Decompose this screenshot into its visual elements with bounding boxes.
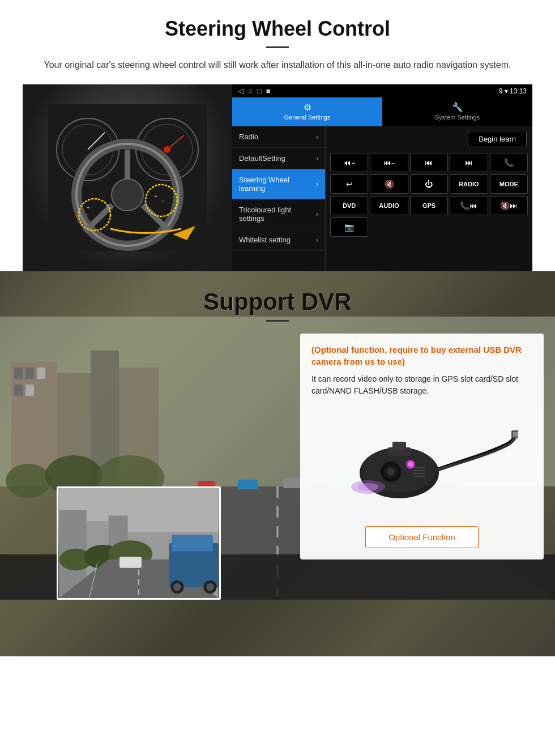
wrench-icon: 🔧 <box>452 102 463 113</box>
menu-steering-label: Steering Wheel learning <box>239 176 316 193</box>
dvr-thumbnail-svg <box>57 488 221 598</box>
svg-rect-54 <box>413 467 425 468</box>
menu-whitelist-label: Whitelist setting <box>239 236 291 244</box>
dvr-thumb-inner <box>58 488 219 598</box>
ctrl-gps[interactable]: GPS <box>410 196 448 215</box>
begin-learn-button[interactable]: Begin learn <box>468 131 527 147</box>
statusbar-left: ◁ ○ □ ■ <box>238 87 271 95</box>
control-grid-row2: ↩ 🔇 ⏻ RADIO MODE <box>328 174 530 194</box>
svg-rect-56 <box>413 473 425 474</box>
tab-general-settings[interactable]: ⚙ General Settings <box>232 97 382 126</box>
control-grid-row4: 📷 <box>328 217 530 237</box>
menu-arrow-steering: › <box>316 180 318 188</box>
nav-menu-icon: ■ <box>266 87 271 95</box>
steering-section: Steering Wheel Control Your original car… <box>0 0 555 271</box>
nav-recent-icon: □ <box>257 87 262 95</box>
svg-rect-55 <box>413 470 425 471</box>
dvr-section: Support DVR (Optional function, require … <box>0 271 555 656</box>
nav-home-icon: ○ <box>248 87 253 95</box>
menu-arrow-radio: › <box>316 133 318 141</box>
optional-function-button[interactable]: Optional Function <box>365 526 479 548</box>
ctrl-back[interactable]: ↩ <box>330 174 368 194</box>
menu-item-steering[interactable]: Steering Wheel learning › <box>232 169 325 199</box>
menu-arrow-whitelist: › <box>316 236 318 244</box>
title-divider <box>266 46 289 48</box>
ctrl-camera[interactable]: 📷 <box>330 217 368 237</box>
steering-wheel-svg: + − ≡ ○ <box>48 104 207 251</box>
ctrl-phone[interactable]: 📞 <box>490 153 528 172</box>
menu-item-radio[interactable]: Radio › <box>232 126 325 148</box>
menu-radio-label: Radio <box>239 133 258 141</box>
dvr-title-area: Support DVR <box>0 271 555 330</box>
menu-tricoloured-label: Tricoloured light settings <box>239 206 316 223</box>
svg-rect-49 <box>392 442 406 450</box>
dvr-title: Support DVR <box>0 288 555 315</box>
android-statusbar: ◁ ○ □ ■ 9 ▾ 13:13 <box>232 84 532 97</box>
svg-point-7 <box>164 146 170 153</box>
ctrl-audio[interactable]: AUDIO <box>370 196 408 215</box>
svg-point-71 <box>173 583 181 591</box>
dvr-info-card: (Optional function, require to buy exter… <box>300 334 544 559</box>
svg-rect-74 <box>119 557 142 567</box>
steering-demo: + − ≡ ○ ◁ ○ □ ■ <box>23 84 532 271</box>
tab-system-settings[interactable]: 🔧 System Settings <box>382 97 532 126</box>
dvr-divider <box>266 320 289 322</box>
ctrl-prev-track[interactable]: ⏮ <box>410 153 448 172</box>
ctrl-mode[interactable]: MODE <box>490 174 528 194</box>
svg-point-31 <box>6 464 51 498</box>
ctrl-radio[interactable]: RADIO <box>450 174 488 194</box>
tab-system-label: System Settings <box>435 114 480 121</box>
dvr-camera-image <box>311 405 532 518</box>
android-content: Radio › DefaultSetting › Steering Wheel … <box>232 126 532 271</box>
menu-item-default[interactable]: DefaultSetting › <box>232 148 325 169</box>
ctrl-vol-up[interactable]: ⏮+ <box>330 153 368 172</box>
menu-arrow-default: › <box>316 155 318 163</box>
menu-item-whitelist[interactable]: Whitelist setting › <box>232 229 325 251</box>
menu-arrow-tricoloured: › <box>316 210 318 218</box>
begin-learn-row: Begin learn <box>328 129 530 151</box>
android-ui: ◁ ○ □ ■ 9 ▾ 13:13 ⚙ General Settings 🔧 S… <box>232 84 532 271</box>
svg-rect-25 <box>37 368 45 379</box>
dvr-thumbnail <box>57 486 221 600</box>
svg-rect-69 <box>172 535 213 551</box>
ctrl-vol-down[interactable]: ⏮− <box>370 153 408 172</box>
gear-icon: ⚙ <box>304 102 311 113</box>
android-menu: Radio › DefaultSetting › Steering Wheel … <box>232 126 326 271</box>
svg-rect-51 <box>513 432 518 437</box>
statusbar-time: 9 ▾ 13:13 <box>499 87 527 95</box>
svg-text:+: + <box>87 205 89 211</box>
svg-point-10 <box>112 179 143 211</box>
svg-point-53 <box>358 483 378 491</box>
svg-rect-26 <box>14 385 23 396</box>
dvr-camera-svg <box>326 411 518 512</box>
steering-subtitle: Your original car's steering wheel contr… <box>23 58 532 72</box>
ctrl-phone-prev[interactable]: 📞⏮ <box>450 196 488 215</box>
dvr-description: It can record video only to storage in G… <box>311 373 532 397</box>
svg-text:≡: ≡ <box>155 194 157 199</box>
svg-rect-23 <box>14 368 23 379</box>
nav-back-icon: ◁ <box>238 87 244 95</box>
svg-rect-24 <box>25 368 34 379</box>
ctrl-mute-next[interactable]: 🔇⏭ <box>490 196 528 215</box>
svg-rect-37 <box>238 480 258 489</box>
steering-title: Steering Wheel Control <box>23 17 532 41</box>
android-tabs: ⚙ General Settings 🔧 System Settings <box>232 97 532 126</box>
svg-point-45 <box>387 468 395 476</box>
svg-text:○: ○ <box>161 198 164 203</box>
control-grid-row1: ⏮+ ⏮− ⏮ ⏭ 📞 <box>328 153 530 172</box>
ctrl-power[interactable]: ⏻ <box>410 174 448 194</box>
control-grid-row3: DVD AUDIO GPS 📞⏮ 🔇⏭ <box>328 196 530 215</box>
svg-text:−: − <box>86 212 88 217</box>
svg-rect-57 <box>413 476 425 477</box>
svg-rect-27 <box>25 385 34 396</box>
ctrl-dvd[interactable]: DVD <box>330 196 368 215</box>
menu-item-tricoloured[interactable]: Tricoloured light settings › <box>232 199 325 229</box>
svg-point-73 <box>206 583 214 591</box>
svg-point-47 <box>408 462 413 467</box>
tab-general-label: General Settings <box>284 114 331 121</box>
android-panel: Begin learn ⏮+ ⏮− ⏮ ⏭ 📞 ↩ 🔇 ⏻ <box>326 126 532 271</box>
dvr-optional-text: (Optional function, require to buy exter… <box>311 344 532 368</box>
steering-photo: + − ≡ ○ <box>23 84 232 271</box>
ctrl-next-track[interactable]: ⏭ <box>450 153 488 172</box>
ctrl-mute[interactable]: 🔇 <box>370 174 408 194</box>
